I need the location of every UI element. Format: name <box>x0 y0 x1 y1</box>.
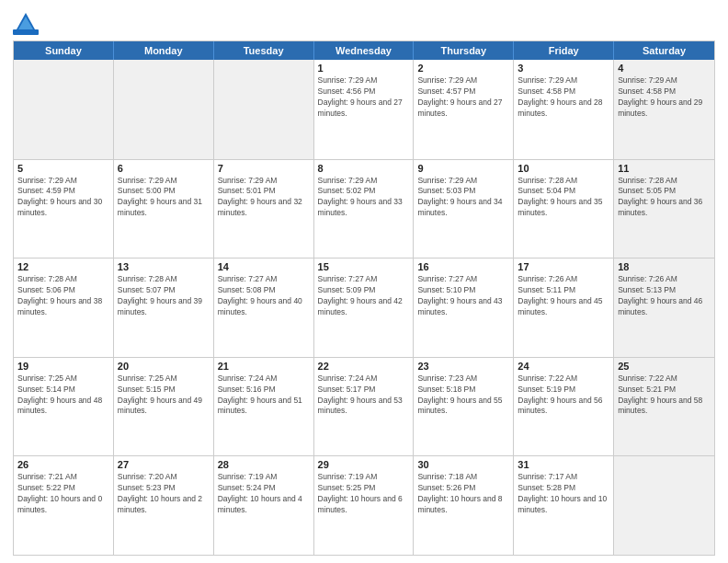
day-info: Sunrise: 7:18 AM Sunset: 5:26 PM Dayligh… <box>417 472 509 516</box>
day-cell-22: 22Sunrise: 7:24 AM Sunset: 5:17 PM Dayli… <box>314 358 415 456</box>
weekday-header-saturday: Saturday <box>614 41 714 60</box>
day-cell-5: 5Sunrise: 7:29 AM Sunset: 4:59 PM Daylig… <box>14 160 114 259</box>
day-info: Sunrise: 7:29 AM Sunset: 5:02 PM Dayligh… <box>318 176 410 220</box>
day-cell-30: 30Sunrise: 7:18 AM Sunset: 5:26 PM Dayli… <box>414 456 514 555</box>
day-info: Sunrise: 7:28 AM Sunset: 5:04 PM Dayligh… <box>518 176 609 220</box>
day-cell-26: 26Sunrise: 7:21 AM Sunset: 5:22 PM Dayli… <box>14 456 114 555</box>
weekday-header-wednesday: Wednesday <box>314 41 415 60</box>
day-number: 2 <box>417 63 509 74</box>
day-info: Sunrise: 7:17 AM Sunset: 5:28 PM Dayligh… <box>518 472 609 516</box>
header <box>13 9 715 35</box>
day-cell-3: 3Sunrise: 7:29 AM Sunset: 4:58 PM Daylig… <box>514 60 614 159</box>
day-info: Sunrise: 7:25 AM Sunset: 5:14 PM Dayligh… <box>17 373 109 418</box>
day-info: Sunrise: 7:27 AM Sunset: 5:10 PM Dayligh… <box>417 274 509 318</box>
day-info: Sunrise: 7:20 AM Sunset: 5:23 PM Dayligh… <box>118 472 210 516</box>
day-info: Sunrise: 7:29 AM Sunset: 4:59 PM Dayligh… <box>17 176 109 220</box>
calendar: SundayMondayTuesdayWednesdayThursdayFrid… <box>13 40 715 556</box>
day-cell-11: 11Sunrise: 7:28 AM Sunset: 5:05 PM Dayli… <box>614 160 714 259</box>
logo <box>13 9 42 35</box>
calendar-week-5: 26Sunrise: 7:21 AM Sunset: 5:22 PM Dayli… <box>14 455 714 555</box>
day-number: 29 <box>318 459 410 470</box>
weekday-header-monday: Monday <box>114 41 214 60</box>
day-info: Sunrise: 7:21 AM Sunset: 5:22 PM Dayligh… <box>17 472 109 516</box>
day-cell-16: 16Sunrise: 7:27 AM Sunset: 5:10 PM Dayli… <box>414 259 514 357</box>
day-number: 22 <box>318 361 410 372</box>
day-number: 17 <box>518 261 609 272</box>
day-number: 18 <box>618 261 711 272</box>
day-cell-21: 21Sunrise: 7:24 AM Sunset: 5:16 PM Dayli… <box>214 358 314 456</box>
day-cell-25: 25Sunrise: 7:22 AM Sunset: 5:21 PM Dayli… <box>614 358 714 456</box>
day-cell-15: 15Sunrise: 7:27 AM Sunset: 5:09 PM Dayli… <box>314 259 415 357</box>
day-info: Sunrise: 7:28 AM Sunset: 5:05 PM Dayligh… <box>618 176 711 220</box>
day-number: 28 <box>218 459 310 470</box>
day-cell-24: 24Sunrise: 7:22 AM Sunset: 5:19 PM Dayli… <box>514 358 614 456</box>
day-cell-13: 13Sunrise: 7:28 AM Sunset: 5:07 PM Dayli… <box>114 259 214 357</box>
day-number: 21 <box>218 361 310 372</box>
day-number: 3 <box>518 63 609 74</box>
day-number: 25 <box>618 361 711 372</box>
day-cell-7: 7Sunrise: 7:29 AM Sunset: 5:01 PM Daylig… <box>214 160 314 259</box>
day-number: 4 <box>618 63 711 74</box>
calendar-week-3: 12Sunrise: 7:28 AM Sunset: 5:06 PM Dayli… <box>14 258 714 357</box>
day-cell-10: 10Sunrise: 7:28 AM Sunset: 5:04 PM Dayli… <box>514 160 614 259</box>
day-info: Sunrise: 7:22 AM Sunset: 5:19 PM Dayligh… <box>518 373 609 418</box>
day-number: 19 <box>17 361 109 372</box>
day-number: 20 <box>118 361 210 372</box>
day-info: Sunrise: 7:27 AM Sunset: 5:08 PM Dayligh… <box>218 274 310 318</box>
day-cell-31: 31Sunrise: 7:17 AM Sunset: 5:28 PM Dayli… <box>514 456 614 555</box>
day-info: Sunrise: 7:25 AM Sunset: 5:15 PM Dayligh… <box>118 373 210 418</box>
day-info: Sunrise: 7:29 AM Sunset: 5:00 PM Dayligh… <box>118 176 210 220</box>
day-info: Sunrise: 7:29 AM Sunset: 4:58 PM Dayligh… <box>518 75 609 120</box>
day-info: Sunrise: 7:24 AM Sunset: 5:17 PM Dayligh… <box>318 373 410 418</box>
day-info: Sunrise: 7:22 AM Sunset: 5:21 PM Dayligh… <box>618 373 711 418</box>
day-number: 26 <box>17 459 109 470</box>
day-number: 6 <box>118 163 210 174</box>
day-info: Sunrise: 7:26 AM Sunset: 5:11 PM Dayligh… <box>518 274 609 318</box>
day-number: 9 <box>417 163 509 174</box>
empty-cell-0-0 <box>14 60 114 159</box>
day-info: Sunrise: 7:28 AM Sunset: 5:06 PM Dayligh… <box>17 274 109 318</box>
calendar-week-2: 5Sunrise: 7:29 AM Sunset: 4:59 PM Daylig… <box>14 159 714 259</box>
weekday-header-sunday: Sunday <box>14 41 114 60</box>
day-cell-28: 28Sunrise: 7:19 AM Sunset: 5:24 PM Dayli… <box>214 456 314 555</box>
weekday-header-thursday: Thursday <box>414 41 514 60</box>
calendar-week-4: 19Sunrise: 7:25 AM Sunset: 5:14 PM Dayli… <box>14 357 714 456</box>
day-number: 27 <box>118 459 210 470</box>
day-number: 8 <box>318 163 410 174</box>
day-number: 10 <box>518 163 609 174</box>
weekday-header-friday: Friday <box>514 41 614 60</box>
empty-cell-0-1 <box>114 60 214 159</box>
day-info: Sunrise: 7:19 AM Sunset: 5:24 PM Dayligh… <box>218 472 310 516</box>
day-info: Sunrise: 7:29 AM Sunset: 4:56 PM Dayligh… <box>318 75 410 120</box>
day-cell-19: 19Sunrise: 7:25 AM Sunset: 5:14 PM Dayli… <box>14 358 114 456</box>
page: SundayMondayTuesdayWednesdayThursdayFrid… <box>0 0 728 563</box>
calendar-header: SundayMondayTuesdayWednesdayThursdayFrid… <box>14 41 714 60</box>
calendar-week-1: 1Sunrise: 7:29 AM Sunset: 4:56 PM Daylig… <box>14 60 714 159</box>
day-info: Sunrise: 7:26 AM Sunset: 5:13 PM Dayligh… <box>618 274 711 318</box>
day-info: Sunrise: 7:28 AM Sunset: 5:07 PM Dayligh… <box>118 274 210 318</box>
day-info: Sunrise: 7:19 AM Sunset: 5:25 PM Dayligh… <box>318 472 410 516</box>
day-number: 11 <box>618 163 711 174</box>
svg-rect-2 <box>13 29 39 35</box>
empty-cell-4-6 <box>614 456 714 555</box>
day-number: 15 <box>318 261 410 272</box>
day-cell-17: 17Sunrise: 7:26 AM Sunset: 5:11 PM Dayli… <box>514 259 614 357</box>
day-info: Sunrise: 7:27 AM Sunset: 5:09 PM Dayligh… <box>318 274 410 318</box>
day-cell-6: 6Sunrise: 7:29 AM Sunset: 5:00 PM Daylig… <box>114 160 214 259</box>
day-number: 13 <box>118 261 210 272</box>
day-number: 1 <box>318 63 410 74</box>
day-number: 16 <box>417 261 509 272</box>
day-info: Sunrise: 7:29 AM Sunset: 5:03 PM Dayligh… <box>417 176 509 220</box>
day-number: 30 <box>417 459 509 470</box>
empty-cell-0-2 <box>214 60 314 159</box>
day-cell-27: 27Sunrise: 7:20 AM Sunset: 5:23 PM Dayli… <box>114 456 214 555</box>
day-cell-29: 29Sunrise: 7:19 AM Sunset: 5:25 PM Dayli… <box>314 456 415 555</box>
weekday-header-tuesday: Tuesday <box>214 41 314 60</box>
day-number: 12 <box>17 261 109 272</box>
day-cell-20: 20Sunrise: 7:25 AM Sunset: 5:15 PM Dayli… <box>114 358 214 456</box>
day-number: 31 <box>518 459 609 470</box>
day-cell-18: 18Sunrise: 7:26 AM Sunset: 5:13 PM Dayli… <box>614 259 714 357</box>
day-info: Sunrise: 7:29 AM Sunset: 5:01 PM Dayligh… <box>218 176 310 220</box>
day-cell-2: 2Sunrise: 7:29 AM Sunset: 4:57 PM Daylig… <box>414 60 514 159</box>
logo-icon <box>13 9 39 35</box>
